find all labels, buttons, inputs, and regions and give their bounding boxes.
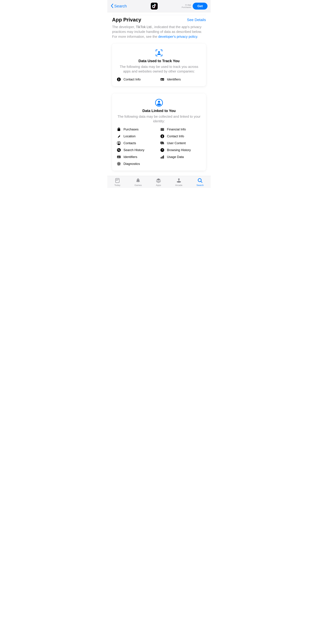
data-label: Contact Info — [124, 78, 140, 81]
tab-games[interactable]: Games — [134, 178, 142, 186]
data-item: Search History — [117, 148, 158, 152]
data-item: Identifiers — [117, 155, 158, 159]
data-label: Search History — [124, 148, 144, 152]
privacy-policy-link[interactable]: developer's privacy policy — [158, 34, 197, 38]
data-item: Diagnostics — [117, 162, 158, 166]
developer-name: TikTok Ltd. — [136, 25, 152, 29]
gear-icon — [117, 162, 121, 166]
person-circle-icon — [117, 141, 121, 145]
tab-label: Apps — [156, 184, 161, 186]
tab-label: Games — [134, 184, 142, 186]
tab-label: Search — [196, 184, 204, 186]
data-label: Browsing History — [167, 148, 191, 152]
back-button[interactable]: Search — [110, 4, 127, 9]
chevron-left-icon — [110, 4, 114, 9]
track-desc: The following data may be used to track … — [117, 64, 201, 74]
data-item: Contacts — [117, 141, 158, 145]
info-icon — [117, 78, 121, 82]
data-label: Location — [124, 134, 136, 138]
page-title: App Privacy — [112, 17, 141, 23]
header-right: In-App Purchases Get — [182, 3, 208, 10]
tab-bar: TodayGamesAppsArcadeSearch — [107, 176, 211, 188]
get-button[interactable]: Get — [193, 3, 208, 10]
chart-icon — [160, 155, 164, 159]
data-item: Location — [117, 134, 158, 138]
data-item: User Content — [160, 141, 201, 145]
track-card: Data Used to Track You The following dat… — [112, 44, 206, 86]
back-label: Search — [114, 4, 127, 8]
clock-icon — [160, 148, 164, 152]
see-details-link[interactable]: See Details — [187, 18, 206, 22]
arrow-icon — [117, 134, 121, 138]
data-item: Purchases — [117, 127, 158, 131]
track-title: Data Used to Track You — [117, 59, 201, 63]
tab-apps[interactable]: Apps — [156, 178, 161, 186]
tab-search[interactable]: Search — [196, 178, 204, 186]
data-label: Diagnostics — [124, 162, 140, 166]
data-item: Financial Info — [160, 127, 201, 131]
track-icon — [117, 49, 201, 57]
tiktok-icon — [152, 4, 156, 8]
data-label: Identifiers — [124, 155, 137, 159]
privacy-description: The developer, TikTok Ltd., indicated th… — [112, 24, 206, 39]
data-label: Contacts — [124, 141, 136, 145]
data-label: Financial Info — [167, 128, 186, 131]
data-item: Contact Info — [117, 78, 158, 82]
data-label: Contact Info — [167, 134, 184, 138]
data-item: Usage Data — [160, 155, 201, 159]
search-circle-icon — [117, 148, 121, 152]
search-icon — [198, 178, 203, 183]
today-icon — [115, 178, 120, 183]
data-item: Browsing History — [160, 148, 201, 152]
data-label: Identifiers — [167, 78, 181, 81]
linked-title: Data Linked to You — [117, 109, 201, 113]
rocket-icon — [136, 178, 141, 183]
linked-desc: The following data may be collected and … — [117, 114, 201, 124]
linked-icon — [117, 99, 201, 106]
id-icon — [117, 155, 121, 159]
bag-icon — [117, 127, 121, 131]
linked-card: Data Linked to You The following data ma… — [112, 94, 206, 170]
app-icon[interactable] — [151, 3, 158, 10]
iap-label: In-App Purchases — [182, 4, 191, 8]
data-item: Contact Info — [160, 134, 201, 138]
data-label: Usage Data — [167, 155, 184, 159]
svg-point-0 — [158, 51, 160, 53]
data-item: Identifiers — [160, 78, 201, 82]
arcade-icon — [176, 178, 182, 183]
photo-icon — [160, 141, 164, 145]
card-icon — [160, 127, 164, 131]
svg-point-2 — [158, 101, 160, 103]
tab-label: Arcade — [175, 184, 182, 186]
tab-label: Today — [114, 184, 120, 186]
tab-today[interactable]: Today — [114, 178, 120, 186]
data-label: User Content — [167, 141, 186, 145]
desc-text: The developer, — [112, 25, 136, 29]
id-icon — [160, 78, 164, 82]
info-icon — [160, 134, 164, 138]
data-label: Purchases — [124, 128, 138, 131]
stack-icon — [156, 178, 161, 183]
desc-text: . — [197, 34, 198, 38]
tab-arcade[interactable]: Arcade — [175, 178, 182, 186]
nav-header: Search In-App Purchases Get — [107, 0, 211, 12]
